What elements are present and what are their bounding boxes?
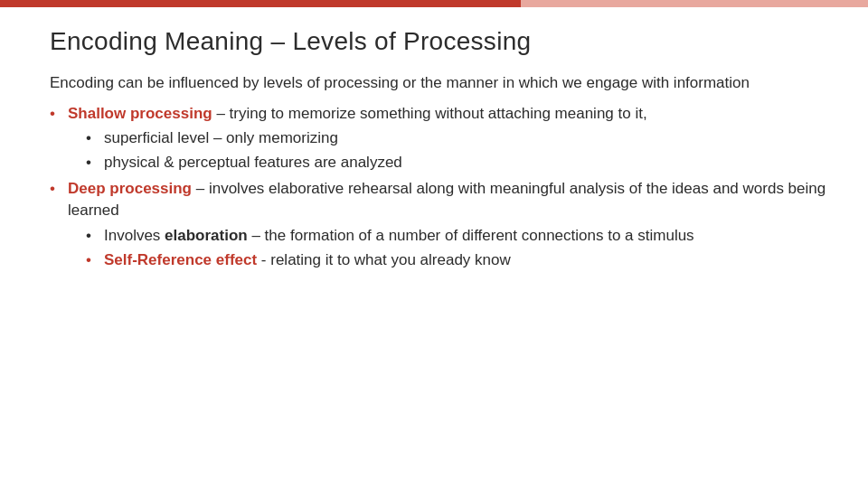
shallow-sub-text-2: physical & perceptual features are analy… bbox=[104, 154, 402, 171]
top-bar bbox=[0, 0, 868, 7]
slide-content: Encoding Meaning – Levels of Processing … bbox=[50, 27, 832, 470]
elaboration-prefix: Involves bbox=[104, 227, 165, 244]
self-reference-item: Self-Reference effect - relating it to w… bbox=[86, 249, 832, 272]
main-bullet-list: Shallow processing – trying to memorize … bbox=[50, 103, 832, 271]
shallow-sub-text-1: superficial level – only memorizing bbox=[104, 129, 338, 146]
intro-text: Encoding can be influenced by levels of … bbox=[50, 72, 832, 94]
self-reference-suffix: - relating it to what you already know bbox=[261, 251, 511, 268]
self-reference-label: Self-Reference effect bbox=[104, 251, 257, 268]
shallow-sub-item-2: physical & perceptual features are analy… bbox=[86, 152, 832, 174]
deep-sub-list: Involves elaboration – the formation of … bbox=[86, 225, 832, 271]
deep-processing-label: Deep processing bbox=[68, 180, 192, 197]
elaboration-item: Involves elaboration – the formation of … bbox=[86, 225, 832, 248]
shallow-sub-item-1: superficial level – only memorizing bbox=[86, 127, 832, 150]
elaboration-bold: elaboration bbox=[165, 227, 248, 244]
shallow-sub-list: superficial level – only memorizing phys… bbox=[86, 127, 832, 174]
slide-title: Encoding Meaning – Levels of Processing bbox=[50, 27, 832, 56]
shallow-processing-rest: – trying to memorize something without a… bbox=[216, 105, 646, 122]
shallow-processing-item: Shallow processing – trying to memorize … bbox=[50, 103, 832, 174]
elaboration-suffix: – the formation of a number of different… bbox=[248, 227, 694, 244]
deep-processing-item: Deep processing – involves elaborative r… bbox=[50, 178, 832, 272]
shallow-processing-label: Shallow processing bbox=[68, 105, 212, 122]
